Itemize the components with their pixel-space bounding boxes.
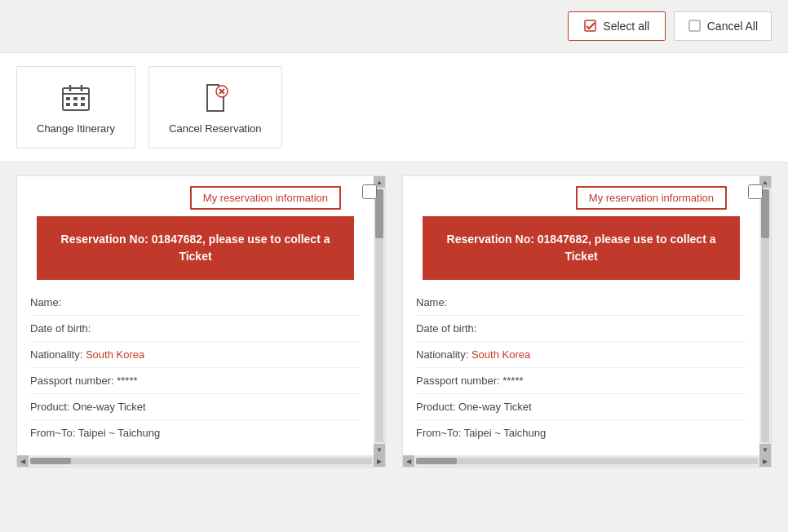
scroll-right-2[interactable]: ▶	[759, 455, 771, 467]
cancel-all-label: Cancel All	[707, 20, 758, 33]
info-nationality-1: Nationality: South Korea	[30, 342, 361, 368]
info-dob-label-2: Date of birth:	[416, 322, 476, 335]
scroll-down-1[interactable]: ▼	[374, 444, 385, 455]
my-reservation-btn-1[interactable]: My reservation information	[190, 186, 341, 210]
info-route-value-2: Taipei ~ Taichung	[464, 427, 547, 439]
svg-rect-7	[73, 97, 77, 100]
cancel-all-button[interactable]: Cancel All	[674, 11, 772, 41]
scroll-h-track-1	[30, 458, 372, 464]
card-1-info: Name: Date of birth: Nationality: South …	[17, 280, 374, 455]
info-route-1: From~To: Taipei ~ Taichung	[30, 420, 361, 446]
reservation-banner-1: Reservation No: 01847682, please use to …	[37, 216, 354, 280]
info-route-label-1: From~To:	[30, 427, 78, 439]
top-bar: Select all Cancel All	[0, 0, 788, 52]
scroll-left-2[interactable]: ◀	[403, 455, 414, 467]
info-product-2: Product: One-way Ticket	[416, 394, 746, 420]
info-dob-2: Date of birth:	[416, 316, 746, 342]
select-all-label: Select all	[603, 20, 649, 33]
card-2-hscrollbar[interactable]: ◀ ▶	[403, 455, 771, 467]
info-nationality-label-1: Nationality:	[30, 348, 86, 361]
my-reservation-btn-2[interactable]: My reservation information	[576, 186, 727, 210]
action-bar: Change Itinerary Cancel Reservation	[0, 52, 788, 162]
info-name-label-2: Name:	[416, 296, 447, 308]
info-product-1: Product: One-way Ticket	[30, 394, 361, 420]
info-route-2: From~To: Taipei ~ Taichung	[416, 420, 746, 446]
check-icon	[583, 19, 598, 33]
cancel-reservation-action[interactable]: Cancel Reservation	[148, 66, 281, 149]
scroll-v-track-2	[761, 189, 769, 442]
file-cancel-icon	[197, 80, 233, 116]
info-passport-label-2: Passport number:	[416, 375, 502, 387]
scroll-h-track-2	[416, 458, 758, 464]
info-nationality-value-1: South Korea	[86, 348, 144, 361]
info-passport-value-1: *****	[117, 375, 137, 387]
svg-rect-1	[689, 20, 700, 31]
reservation-card-1: My reservation information Reservation N…	[16, 175, 386, 468]
info-product-value-2: One-way Ticket	[458, 401, 532, 413]
reservation-card-2: My reservation information Reservation N…	[402, 175, 772, 468]
svg-rect-0	[585, 20, 595, 31]
calendar-icon	[58, 80, 94, 116]
scroll-h-thumb-1	[30, 458, 71, 464]
info-dob-1: Date of birth:	[30, 316, 361, 342]
scroll-v-track-1	[375, 189, 383, 442]
info-nationality-label-2: Nationality:	[416, 348, 471, 361]
cards-section: My reservation information Reservation N…	[0, 162, 788, 481]
banner-text-2: Reservation No: 01847682, please use to …	[447, 233, 716, 263]
my-reservation-label-2: My reservation information	[589, 192, 714, 204]
reservation-banner-2: Reservation No: 01847682, please use to …	[423, 216, 740, 280]
scroll-h-thumb-2	[416, 458, 457, 464]
cancel-icon	[688, 19, 702, 33]
my-reservation-label-1: My reservation information	[203, 192, 328, 204]
info-route-value-1: Taipei ~ Taichung	[78, 427, 161, 439]
change-itinerary-action[interactable]: Change Itinerary	[16, 66, 135, 149]
info-route-label-2: From~To:	[416, 427, 464, 439]
info-name-label-1: Name:	[30, 296, 61, 308]
select-all-button[interactable]: Select all	[568, 11, 666, 41]
svg-rect-9	[66, 103, 70, 106]
info-product-label-1: Product:	[30, 401, 73, 413]
info-nationality-2: Nationality: South Korea	[416, 342, 746, 368]
scroll-left-1[interactable]: ◀	[17, 455, 29, 467]
scroll-down-2[interactable]: ▼	[759, 444, 771, 455]
card-2-checkbox[interactable]	[748, 184, 763, 199]
svg-rect-6	[66, 97, 70, 100]
info-nationality-value-2: South Korea	[471, 348, 530, 361]
scroll-right-1[interactable]: ▶	[374, 455, 385, 467]
cancel-reservation-label: Cancel Reservation	[169, 122, 261, 135]
card-1-hscrollbar[interactable]: ◀ ▶	[17, 455, 385, 467]
info-passport-value-2: *****	[502, 375, 523, 387]
card-1-checkbox[interactable]	[362, 184, 377, 199]
svg-rect-10	[73, 103, 77, 106]
svg-rect-11	[81, 103, 85, 106]
svg-rect-8	[81, 97, 85, 100]
card-2-vscrollbar[interactable]: ▲ ▼	[759, 176, 771, 455]
card-2-header: My reservation information	[403, 176, 759, 216]
info-passport-1: Passport number: *****	[30, 368, 361, 394]
card-1-header: My reservation information	[17, 176, 374, 216]
card-1-vscrollbar[interactable]: ▲ ▼	[374, 176, 385, 455]
info-name-1: Name:	[30, 290, 361, 316]
info-passport-label-1: Passport number:	[30, 375, 117, 387]
info-product-value-1: One-way Ticket	[73, 401, 146, 413]
info-name-2: Name:	[416, 290, 746, 316]
card-2-info: Name: Date of birth: Nationality: South …	[403, 280, 759, 455]
info-passport-2: Passport number: *****	[416, 368, 746, 394]
info-dob-label-1: Date of birth:	[30, 322, 91, 335]
info-product-label-2: Product:	[416, 401, 458, 413]
banner-text-1: Reservation No: 01847682, please use to …	[61, 233, 330, 263]
change-itinerary-label: Change Itinerary	[37, 122, 115, 135]
